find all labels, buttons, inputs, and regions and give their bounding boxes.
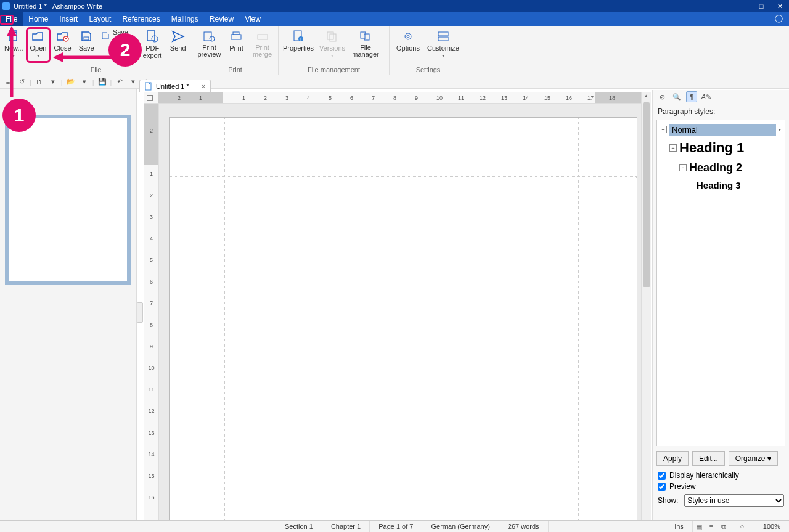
- options-button[interactable]: Options: [391, 28, 425, 53]
- menu-mailings[interactable]: Mailings: [166, 12, 204, 26]
- maximize-button[interactable]: □: [752, 2, 771, 10]
- edit-button[interactable]: Edit...: [692, 451, 725, 466]
- menu-insert[interactable]: Insert: [54, 12, 83, 26]
- qat-undo-icon[interactable]: ↺: [16, 76, 27, 88]
- display-hier-label: Display hierarchically: [669, 471, 739, 480]
- ribbon: New... ▾ Open ▾ Close Save Save as: [0, 26, 789, 75]
- sb-char-icon[interactable]: A✎: [701, 91, 712, 102]
- view-continuous-icon[interactable]: ≡: [705, 523, 717, 530]
- status-ins[interactable]: Ins: [666, 521, 693, 532]
- close-button[interactable]: ✕: [771, 2, 789, 10]
- display-hier-checkbox[interactable]: [658, 472, 666, 480]
- menu-references[interactable]: References: [117, 12, 165, 26]
- preview-checkbox[interactable]: [658, 483, 666, 491]
- style-tree[interactable]: − Normal ▾ − Heading 1 − Heading 2 Headi…: [656, 120, 785, 446]
- splitter-handle[interactable]: [137, 302, 143, 323]
- apply-button[interactable]: Apply: [656, 451, 689, 466]
- help-button[interactable]: ⓘ: [769, 14, 789, 25]
- qat-dd1-icon[interactable]: ▾: [47, 76, 59, 88]
- status-chapter[interactable]: Chapter 1: [322, 521, 370, 532]
- qat-undo2-icon[interactable]: ↶: [114, 76, 125, 88]
- print-button[interactable]: Print: [224, 28, 248, 53]
- sb-search-icon[interactable]: 🔍: [671, 91, 682, 102]
- qat-dd3-icon[interactable]: ▾: [128, 76, 139, 88]
- window-title: Untitled 1 * - Ashampoo Write: [14, 2, 102, 10]
- styles-sidebar: ⊘ 🔍 ¶ A✎ Paragraph styles: − Normal ▾ − …: [652, 90, 789, 520]
- svg-rect-14: [330, 34, 336, 41]
- status-page[interactable]: Page 1 of 7: [370, 521, 422, 532]
- style-heading3[interactable]: Heading 3: [697, 180, 741, 190]
- sidebar-title: Paragraph styles:: [653, 104, 789, 118]
- quick-access-toolbar: ≡ ↺ | 🗋 ▾ | 📂 ▾ | 💾 | ↶ ▾ ↷ ▾ | ▷ ▾: [0, 75, 789, 89]
- expand-icon[interactable]: −: [669, 144, 677, 152]
- versions-icon: [325, 30, 340, 43]
- svg-point-17: [405, 33, 411, 39]
- manager-icon: [358, 30, 373, 43]
- print-preview-button[interactable]: Print preview: [194, 28, 224, 59]
- status-zoom[interactable]: 100%: [754, 521, 789, 532]
- customize-button[interactable]: Customize ▾: [425, 28, 462, 60]
- menu-file[interactable]: File: [0, 12, 23, 26]
- group-settings-label: Settings: [390, 65, 467, 75]
- status-section[interactable]: Section 1: [276, 521, 322, 532]
- svg-rect-9: [258, 35, 268, 39]
- svg-rect-8: [233, 32, 239, 35]
- expand-icon[interactable]: −: [679, 164, 687, 171]
- qat-para-icon[interactable]: ≡: [2, 76, 14, 88]
- properties-button[interactable]: i Properties: [280, 28, 316, 53]
- svg-rect-20: [438, 37, 448, 41]
- menu-review[interactable]: Review: [204, 12, 239, 26]
- new-button[interactable]: New... ▾: [2, 28, 26, 60]
- svg-rect-15: [361, 32, 366, 38]
- svg-point-6: [210, 36, 215, 41]
- print-merge-button[interactable]: Print merge: [248, 28, 276, 59]
- send-button[interactable]: Send: [166, 28, 190, 53]
- group-fm-label: File management: [279, 65, 389, 75]
- zoom-out-icon[interactable]: ○: [730, 523, 754, 530]
- svg-rect-2: [84, 37, 89, 40]
- title-bar: Untitled 1 * - Ashampoo Write — □ ✕: [0, 0, 789, 12]
- svg-rect-5: [204, 32, 211, 41]
- save-button[interactable]: Save: [75, 28, 99, 53]
- app-icon: [2, 2, 10, 10]
- pdf-export-button[interactable]: PDF export: [139, 28, 166, 60]
- minimize-button[interactable]: —: [734, 2, 752, 10]
- qat-new-icon[interactable]: 🗋: [34, 76, 45, 88]
- status-bar: Section 1 Chapter 1 Page 1 of 7 German (…: [0, 520, 789, 532]
- menu-layout[interactable]: Layout: [83, 12, 117, 26]
- open-button[interactable]: Open ▾: [26, 28, 51, 60]
- group-file-label: File: [0, 65, 192, 75]
- page-thumbnail[interactable]: [5, 115, 131, 285]
- menu-bar: File Home Insert Layout References Maili…: [0, 12, 789, 26]
- style-heading1[interactable]: Heading 1: [679, 140, 744, 156]
- show-select[interactable]: Styles in use: [684, 494, 784, 507]
- svg-rect-13: [327, 32, 333, 39]
- organize-button[interactable]: Organize ▾: [729, 451, 778, 466]
- close-document-button[interactable]: Close: [51, 28, 75, 53]
- show-label: Show:: [658, 496, 678, 505]
- qat-dd2-icon[interactable]: ▾: [79, 76, 90, 88]
- menu-view[interactable]: View: [239, 12, 266, 26]
- versions-button[interactable]: Versions ▾: [316, 28, 348, 60]
- style-heading2[interactable]: Heading 2: [689, 162, 742, 174]
- thumbnail-pane[interactable]: [0, 89, 137, 520]
- status-lang[interactable]: German (Germany): [422, 521, 499, 532]
- pdf-icon: [145, 30, 160, 43]
- open-icon: [31, 30, 46, 43]
- gear-icon: [401, 30, 415, 43]
- style-normal[interactable]: Normal: [669, 124, 776, 136]
- view-normal-icon[interactable]: ▤: [693, 523, 705, 531]
- sb-para-icon[interactable]: ¶: [686, 91, 697, 102]
- expand-icon[interactable]: −: [660, 126, 667, 133]
- menu-home[interactable]: Home: [23, 12, 54, 26]
- save-as-button[interactable]: Save as: [98, 30, 138, 42]
- view-outline-icon[interactable]: ⧉: [717, 523, 730, 531]
- file-manager-button[interactable]: File manager: [348, 28, 383, 59]
- close-icon: [55, 30, 70, 43]
- save-icon: [79, 30, 94, 43]
- sb-none-icon[interactable]: ⊘: [656, 91, 668, 102]
- qat-open-icon[interactable]: 📂: [65, 76, 76, 88]
- status-words[interactable]: 267 words: [499, 521, 549, 532]
- style-dd-icon[interactable]: ▾: [776, 127, 783, 133]
- qat-save-icon[interactable]: 💾: [97, 76, 108, 88]
